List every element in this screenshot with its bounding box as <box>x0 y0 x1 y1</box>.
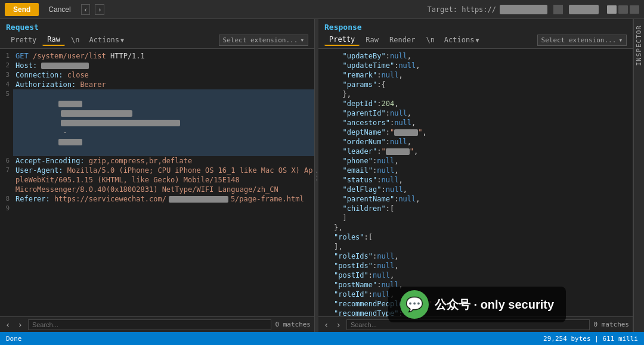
response-line-13: "email":null, <box>318 166 633 175</box>
response-line-25: "postName":null, <box>318 280 633 290</box>
ext-chevron-icon: ▾ <box>300 36 304 44</box>
response-line-17: "children":[ <box>318 204 633 213</box>
request-line-6: 6 Accept-Encoding: gzip,compress,br,defl… <box>0 156 314 166</box>
request-line-1: 1 GET /system/user/list HTTP/1.1 <box>0 51 314 61</box>
tab-request-actions[interactable]: Actions ▼ <box>86 35 128 45</box>
request-extension-select[interactable]: Select extension... ▾ <box>219 35 308 46</box>
request-panel-title: Request <box>6 23 308 32</box>
response-line-5: }, <box>318 89 633 99</box>
response-line-11: "leader":"", <box>318 147 633 156</box>
response-search-input[interactable] <box>346 319 590 330</box>
response-line-22: "roleIds":null, <box>318 251 633 261</box>
status-bar: Done 29,254 bytes | 611 milli <box>0 332 644 345</box>
tab-response-pretty[interactable]: Pretty <box>324 34 360 46</box>
tab-response-n[interactable]: \n <box>421 35 439 45</box>
status-right: 29,254 bytes | 611 milli <box>543 335 638 343</box>
inspector-sidebar[interactable]: INSPECTOR <box>633 19 644 332</box>
request-tabs-row: Pretty Raw \n Actions ▼ Select extension… <box>6 34 308 46</box>
response-line-15: "delFlag":null, <box>318 185 633 194</box>
view-split-icon[interactable] <box>607 5 617 14</box>
tab-response-render[interactable]: Render <box>385 35 420 45</box>
top-toolbar: Send Cancel ‹ › Target: https:// <box>0 0 644 19</box>
response-body[interactable]: "updateBy":null, "updateTime":null, "rem… <box>318 49 633 316</box>
main-content: Request Pretty Raw \n Actions ▼ Select e… <box>0 19 644 332</box>
cancel-button[interactable]: Cancel <box>42 3 76 16</box>
request-footer: ‹ › 0 matches <box>0 316 314 332</box>
nav-fwd-button[interactable]: › <box>95 4 104 15</box>
request-search-back[interactable]: ‹ <box>4 320 12 330</box>
request-line-3: 3 Connection: close <box>0 70 314 80</box>
tab-response-raw[interactable]: Raw <box>361 35 383 45</box>
view-single-icon[interactable] <box>618 5 628 14</box>
target-icon <box>553 5 563 14</box>
tab-request-n[interactable]: \n <box>66 35 84 45</box>
request-line-8: 8 Referer: https://servicewechat.com/5/p… <box>0 194 314 204</box>
response-line-19: }, <box>318 223 633 232</box>
response-extension-select[interactable]: Select extension... ▾ <box>537 35 627 46</box>
response-line-8: "ancestors":null, <box>318 118 633 128</box>
request-body[interactable]: 1 GET /system/user/list HTTP/1.1 2 Host:… <box>0 49 314 316</box>
response-line-9: "deptName":"", <box>318 128 633 137</box>
response-line-16: "parentName":null, <box>318 194 633 204</box>
tab-response-actions[interactable]: Actions ▼ <box>441 35 483 45</box>
view-list-icon[interactable] <box>630 5 639 14</box>
response-line-21: ], <box>318 242 633 251</box>
actions-chevron-icon: ▼ <box>120 37 124 43</box>
response-line-1: "updateBy":null, <box>318 51 633 61</box>
response-panel-header: Response Pretty Raw Render \n Actions ▼ … <box>318 19 633 49</box>
tab-request-pretty[interactable]: Pretty <box>6 35 41 45</box>
response-line-10: "orderNum":null, <box>318 137 633 147</box>
response-line-20: "roles":[ <box>318 232 633 242</box>
request-line-5: 5 - <box>0 89 314 156</box>
response-tabs-row: Pretty Raw Render \n Actions ▼ Select ex… <box>324 34 627 46</box>
nav-back-button[interactable]: ‹ <box>81 4 91 15</box>
response-line-28: "recommendType":"2", <box>318 309 633 316</box>
target-url-bar <box>500 5 547 14</box>
request-line-9: 9 <box>0 204 314 213</box>
status-left: Done <box>6 335 543 343</box>
request-panel-header: Request Pretty Raw \n Actions ▼ Select e… <box>0 19 314 49</box>
request-panel: Request Pretty Raw \n Actions ▼ Select e… <box>0 19 315 332</box>
request-line-4: 4 Authorization: Bearer <box>0 80 314 89</box>
request-line-7b: MicroMessenger/8.0.40(0x18002831) NetTyp… <box>0 185 314 194</box>
request-search-fwd[interactable]: › <box>16 320 24 330</box>
response-search-fwd[interactable]: › <box>334 320 342 330</box>
response-line-18: ] <box>318 213 633 223</box>
response-line-14: "status":null, <box>318 175 633 185</box>
request-line-2: 2 Host: <box>0 61 314 70</box>
tab-request-raw[interactable]: Raw <box>42 34 65 46</box>
request-match-count: 0 matches <box>275 321 311 328</box>
request-line-7: 7 User-Agent: Mozilla/5.0 (iPhone; CPU i… <box>0 166 314 185</box>
inspector-label[interactable]: INSPECTOR <box>635 25 643 66</box>
response-panel-title: Response <box>324 23 627 32</box>
response-ext-chevron-icon: ▾ <box>618 36 623 44</box>
response-footer: ‹ › 0 matches <box>318 316 633 332</box>
response-line-4: "params":{ <box>318 80 633 89</box>
target-label: Target: https:// <box>427 5 496 14</box>
request-search-input[interactable] <box>28 319 272 330</box>
response-panel: Response Pretty Raw Render \n Actions ▼ … <box>318 19 633 332</box>
response-line-7: "parentId":null, <box>318 108 633 118</box>
response-line-6: "deptId":204, <box>318 99 633 108</box>
response-line-12: "phone":null, <box>318 156 633 166</box>
response-line-23: "postIds":null, <box>318 261 633 271</box>
response-match-count: 0 matches <box>593 321 629 328</box>
target-bar <box>569 5 599 14</box>
response-line-27: "recommendPeople":"''''''", <box>318 299 633 309</box>
send-button[interactable]: Send <box>5 3 39 16</box>
response-line-26: "roleId":null, <box>318 290 633 299</box>
response-line-2: "updateTime":null, <box>318 61 633 70</box>
response-actions-chevron-icon: ▼ <box>475 37 479 43</box>
response-search-back[interactable]: ‹ <box>322 320 330 330</box>
response-line-3: "remark":null, <box>318 70 633 80</box>
response-line-24: "postId":null, <box>318 271 633 280</box>
